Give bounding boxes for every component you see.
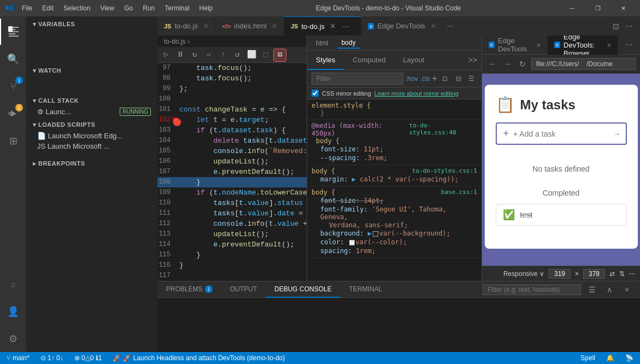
- html-breadcrumb[interactable]: html: [312, 38, 333, 48]
- menu-file[interactable]: File: [17, 3, 37, 13]
- call-stack-item[interactable]: ⚙ Launc... RUNNING: [26, 107, 157, 117]
- more-responsive-btn[interactable]: ⋯: [629, 270, 636, 278]
- body-breadcrumb[interactable]: body: [337, 38, 360, 49]
- filter-settings-btn[interactable]: ☰: [585, 283, 598, 296]
- hot-reload-btn[interactable]: ⬚: [259, 49, 272, 62]
- account-activity-icon[interactable]: 👤: [0, 298, 26, 325]
- code-area[interactable]: ▷ ⏸ ↻ ⇨ ↑ ↺ ⬜ ⬚ ⊡: [157, 48, 307, 281]
- minimize-btn[interactable]: ─: [560, 0, 584, 16]
- output-tab[interactable]: OUTPUT: [221, 281, 266, 298]
- branch-status[interactable]: ⑂ main*: [4, 354, 32, 362]
- layout-tab[interactable]: Layout: [394, 51, 433, 70]
- source-control-activity-icon[interactable]: ⑂ 1: [0, 73, 26, 99]
- close-panel-btn[interactable]: ×: [620, 283, 633, 296]
- edge-devtools-tab[interactable]: e Edge DevTools ×: [482, 36, 548, 55]
- tab-index-html[interactable]: </> index.html ×: [215, 16, 284, 36]
- errors-status[interactable]: ⊗ 0△0 ℹ1: [72, 354, 104, 362]
- add-style-btn[interactable]: +: [432, 74, 437, 84]
- loaded-scripts-section[interactable]: ▾ LOADED SCRIPTS: [26, 117, 157, 131]
- debug-filter-input[interactable]: [483, 284, 581, 295]
- task-check-icon[interactable]: ✅: [503, 209, 515, 221]
- terminal-tab[interactable]: TERMINAL: [340, 281, 391, 298]
- split-editor-btn[interactable]: ⊡: [609, 20, 623, 33]
- collapse-panel-btn[interactable]: ∧: [603, 283, 616, 296]
- styles-tab[interactable]: Styles: [307, 51, 344, 70]
- step-out-btn[interactable]: ↑: [216, 49, 230, 62]
- responsive-label[interactable]: Responsive ∨: [503, 270, 544, 278]
- cls-button[interactable]: .cls: [420, 75, 430, 83]
- loaded-script-2[interactable]: JS Launch Microsoft ...: [26, 141, 157, 151]
- mirror-editing-link[interactable]: Learn more about mirror editing: [374, 90, 459, 97]
- edge-browser-tab[interactable]: e Edge DevTools: Browser ×: [548, 36, 618, 55]
- tab-overflow-btn[interactable]: ⋯: [443, 22, 459, 30]
- debug-console-tab[interactable]: DEBUG CONSOLE: [266, 281, 340, 298]
- height-input[interactable]: [583, 269, 605, 279]
- toggle-sidebar-btn[interactable]: ☰: [466, 72, 477, 85]
- loaded-script-1[interactable]: 📄 Launch Microsoft Edg...: [26, 131, 157, 141]
- computed-sidebar-btn[interactable]: ⊟: [453, 72, 463, 85]
- submit-task-btn[interactable]: →: [613, 130, 620, 138]
- tab-to-do-js-2[interactable]: JS to-do.js × ⋯: [284, 16, 361, 36]
- tab-overflow-2[interactable]: ⋯: [338, 22, 354, 31]
- settings-activity-icon[interactable]: ⚙: [0, 326, 26, 352]
- url-bar[interactable]: [531, 58, 636, 70]
- step-into-btn[interactable]: ⇨: [202, 49, 215, 62]
- menu-run[interactable]: Run: [138, 3, 159, 13]
- watch-section[interactable]: ▾ WATCH: [26, 63, 157, 77]
- body-file-ref-2[interactable]: to-do-styles.css:1: [412, 167, 477, 175]
- tab-close-2[interactable]: ×: [330, 21, 335, 31]
- hov-button[interactable]: :hov: [406, 75, 418, 83]
- more-tab-actions-btn[interactable]: ⋯: [623, 20, 636, 33]
- restart-btn[interactable]: ↺: [231, 49, 244, 62]
- tab-close-html[interactable]: ×: [272, 21, 277, 31]
- debug-status[interactable]: 🚀 🚀 Launch Headless and attach DevTools …: [110, 354, 572, 362]
- close-btn[interactable]: ✕: [611, 0, 636, 16]
- menu-help[interactable]: Help: [195, 3, 218, 13]
- add-task-input[interactable]: [513, 130, 609, 138]
- fit-icon[interactable]: ⇅: [619, 270, 625, 278]
- tab-to-do-js-1[interactable]: JS to-do.js ×: [157, 16, 215, 36]
- pause-btn[interactable]: ⏸: [174, 49, 187, 62]
- edge-devtools-tab-close[interactable]: ×: [536, 41, 541, 49]
- edge-more-btn[interactable]: ⋯: [623, 38, 636, 51]
- step-over-btn[interactable]: ↻: [188, 49, 201, 62]
- rotate-icon[interactable]: ⇄: [609, 270, 615, 278]
- remote-activity-icon[interactable]: ⌂: [0, 271, 26, 297]
- edge-browser-tab-close[interactable]: ×: [607, 41, 611, 49]
- media-file-ref[interactable]: to-do-styles.css:40: [409, 122, 477, 137]
- menu-view[interactable]: View: [96, 3, 119, 13]
- back-btn[interactable]: ←: [486, 58, 498, 69]
- explorer-activity-icon[interactable]: [0, 19, 26, 45]
- continue-btn[interactable]: ▷: [160, 49, 173, 62]
- search-activity-icon[interactable]: 🔍: [0, 46, 26, 72]
- call-stack-section[interactable]: ▾ CALL STACK: [26, 93, 157, 107]
- stop-btn[interactable]: ⬜: [245, 49, 258, 62]
- maximize-btn[interactable]: ❐: [585, 0, 610, 16]
- broadcast-status[interactable]: 📡: [623, 354, 636, 362]
- spell-status[interactable]: Spell: [578, 354, 597, 362]
- tab-edge-devtools[interactable]: e Edge DevTools ×: [361, 16, 443, 36]
- body-file-ref-base[interactable]: base.css:1: [441, 189, 477, 196]
- style-settings-btn[interactable]: ⊡: [439, 72, 450, 85]
- mirror-editing-checkbox[interactable]: [312, 90, 319, 97]
- forward-btn[interactable]: →: [502, 58, 514, 69]
- tab-close-edge[interactable]: ×: [431, 21, 436, 31]
- styles-filter-input[interactable]: [312, 73, 403, 85]
- problems-tab[interactable]: PROBLEMS 1: [157, 281, 221, 298]
- variables-section[interactable]: ▾ VARIABLES: [26, 16, 157, 30]
- inspect-toggle-btn[interactable]: ⊡: [273, 49, 286, 62]
- extensions-activity-icon[interactable]: ⊞: [0, 128, 26, 154]
- more-tabs-btn[interactable]: >>: [466, 54, 479, 67]
- menu-go[interactable]: Go: [120, 3, 137, 13]
- menu-terminal[interactable]: Terminal: [160, 3, 193, 13]
- tab-close-1[interactable]: ×: [203, 21, 208, 31]
- computed-tab[interactable]: Computed: [344, 51, 394, 70]
- run-debug-activity-icon[interactable]: 1: [0, 101, 26, 127]
- menu-edit[interactable]: Edit: [38, 3, 58, 13]
- add-task-row[interactable]: + →: [496, 122, 627, 145]
- breakpoints-section[interactable]: ▸ BREAKPOINTS: [26, 156, 157, 169]
- menu-selection[interactable]: Selection: [59, 3, 95, 13]
- width-input[interactable]: [549, 269, 571, 279]
- sync-status[interactable]: ⊙ 1↑ 0↓: [38, 354, 66, 362]
- reload-btn[interactable]: ↻: [517, 58, 528, 69]
